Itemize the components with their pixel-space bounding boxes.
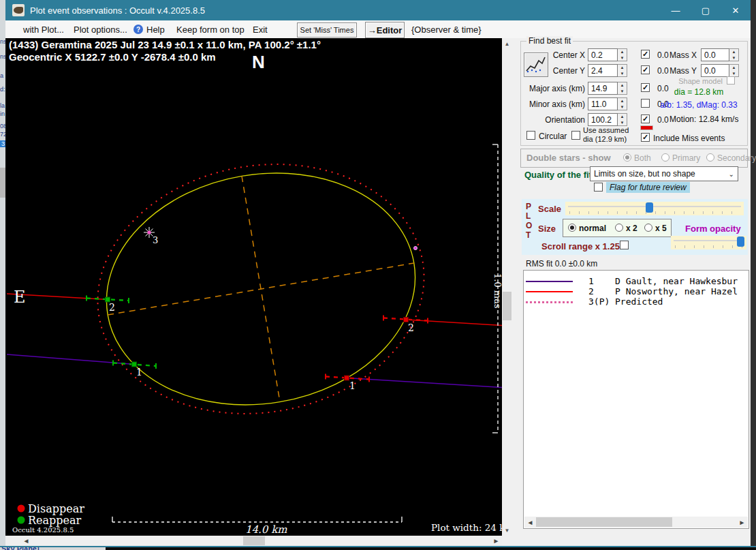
shape-model-checkbox[interactable] bbox=[727, 76, 735, 85]
mass-y-spinner[interactable]: ▲▼ bbox=[729, 64, 739, 77]
radio-primary-label: Primary bbox=[672, 153, 700, 163]
menu-plot-options[interactable]: Plot options... bbox=[74, 23, 127, 35]
menu-exit[interactable]: Exit bbox=[253, 23, 268, 35]
plot-vertical-scrollbar[interactable]: ▲ ▼ bbox=[502, 38, 512, 536]
east-label: E bbox=[14, 288, 26, 307]
disappear-marker-2[interactable] bbox=[404, 318, 409, 322]
predicted-legend-line bbox=[526, 301, 573, 303]
scroll-up-icon[interactable]: ▲ bbox=[502, 38, 512, 49]
chart-icon bbox=[524, 53, 546, 75]
major-axis-spinner[interactable]: ▲▼ bbox=[618, 82, 627, 95]
size-x5-radio[interactable] bbox=[644, 224, 652, 232]
occultation-plot[interactable]: 2 2 1 1 3 (1433) Geramtina 2025 Jul 23 1… bbox=[5, 38, 502, 536]
close-button[interactable]: ✕ bbox=[721, 0, 751, 20]
bg-fragment: 72 bbox=[0, 131, 5, 138]
rms-fit-label: RMS fit 0.0 ±0.0 km bbox=[526, 259, 597, 269]
minor-axis-checkbox[interactable] bbox=[641, 99, 650, 108]
scroll-range-label: Scroll range x 1.25 bbox=[541, 241, 620, 251]
list-hscroll-thumb[interactable] bbox=[536, 517, 672, 527]
size-normal-label: normal bbox=[579, 224, 606, 233]
quality-dropdown[interactable]: Limits on size, but no shape ⌄ bbox=[590, 166, 738, 181]
center-y-input[interactable]: 2.4 bbox=[588, 64, 618, 77]
plot-horizontal-scrollbar[interactable]: ◄ ► bbox=[5, 536, 502, 546]
form-opacity-label: Form opacity bbox=[685, 224, 741, 234]
major-axis-checkbox[interactable]: ✓ bbox=[641, 83, 650, 92]
scroll-range-checkbox[interactable] bbox=[620, 241, 629, 249]
radio-both[interactable] bbox=[623, 153, 631, 162]
center-y-checkbox[interactable]: ✓ bbox=[641, 65, 650, 74]
bg-fragment: 08 bbox=[0, 123, 5, 129]
menu-help[interactable]: Help bbox=[146, 23, 165, 35]
scale-slider[interactable] bbox=[565, 202, 744, 215]
bg-fragment: in bbox=[0, 110, 5, 117]
editor-button[interactable]: →Editor bbox=[365, 22, 405, 38]
ab-dmag-text: a/b: 1.35, dMag: 0.33 bbox=[653, 100, 744, 110]
observations-listbox[interactable]: 1 D Gault, near Hawkesbur 2 P Nosworthy,… bbox=[523, 270, 749, 529]
disappear-marker-1[interactable] bbox=[345, 376, 349, 380]
center-x-input[interactable]: 0.2 bbox=[588, 48, 618, 61]
orientation-checkbox[interactable]: ✓ bbox=[641, 114, 650, 123]
reappear-marker-1[interactable] bbox=[132, 362, 137, 367]
center-y-spinner[interactable]: ▲▼ bbox=[618, 64, 627, 77]
background-bottom-strip: Sky Plane] bbox=[0, 546, 756, 550]
include-miss-checkbox[interactable]: ✓ bbox=[641, 133, 650, 142]
menu-with-plot[interactable]: with Plot... bbox=[23, 23, 64, 35]
fit-chart-button[interactable] bbox=[524, 52, 548, 77]
disappear-dot bbox=[18, 505, 25, 513]
dia-text: dia = 12.8 km bbox=[661, 87, 737, 97]
chord1-legend-line bbox=[526, 281, 573, 282]
find-best-fit-title: Find best fit bbox=[526, 36, 573, 46]
bg-fragment: la bbox=[0, 102, 5, 109]
assumed-dia-checkbox[interactable] bbox=[571, 131, 580, 140]
hscroll-thumb[interactable] bbox=[243, 536, 265, 545]
flag-review-checkbox[interactable] bbox=[594, 183, 603, 192]
form-opacity-slider-thumb[interactable] bbox=[737, 236, 744, 247]
mass-x-label: Mass X bbox=[661, 50, 697, 60]
axis-end-marker bbox=[413, 246, 417, 249]
mass-x-spinner[interactable]: ▲▼ bbox=[729, 48, 739, 61]
major-axis-input[interactable]: 14.9 bbox=[588, 82, 618, 95]
vscroll-thumb[interactable] bbox=[503, 292, 511, 320]
maximize-button[interactable]: ▢ bbox=[691, 0, 721, 20]
scale-slider-thumb[interactable] bbox=[646, 202, 653, 213]
reappear-marker-2[interactable] bbox=[106, 297, 110, 302]
minor-axis-spinner[interactable]: ▲▼ bbox=[618, 97, 627, 110]
radio-both-label: Both bbox=[634, 153, 651, 163]
scroll-right-icon[interactable]: ► bbox=[490, 536, 502, 546]
form-opacity-slider[interactable] bbox=[671, 236, 746, 249]
radio-primary[interactable] bbox=[661, 153, 670, 162]
assumed-dia-label: Use assumed dia (12.9 km) bbox=[583, 126, 629, 143]
scroll-down-icon[interactable]: ▼ bbox=[502, 525, 512, 536]
center-x-checkbox[interactable]: ✓ bbox=[641, 50, 650, 59]
list-item[interactable]: 3(P) Predicted bbox=[524, 296, 749, 307]
mass-y-input[interactable]: 0.0 bbox=[701, 64, 729, 77]
menu-keep-on-top[interactable]: Keep form on top bbox=[176, 23, 245, 35]
orientation-label: Orientation bbox=[526, 115, 585, 125]
chord2-left-label: 2 bbox=[109, 302, 115, 313]
titlebar: Plot event observations : Occult v.4.202… bbox=[5, 0, 751, 20]
size-x2-radio[interactable] bbox=[615, 224, 623, 232]
scale-bar-km-label: 14.0 km bbox=[245, 523, 287, 536]
list-scroll-left-icon[interactable]: ◄ bbox=[524, 517, 536, 528]
listbox-horizontal-scrollbar[interactable]: ◄ ► bbox=[524, 517, 748, 528]
list-scroll-right-icon[interactable]: ► bbox=[736, 517, 748, 528]
circular-checkbox[interactable] bbox=[526, 131, 535, 140]
help-icon[interactable]: ? bbox=[133, 23, 143, 35]
plot-legend: Disappear Reappear Occult 4.2025.8.5 bbox=[12, 502, 84, 534]
menubar: with Plot... Plot options... ? Help Keep… bbox=[5, 20, 751, 39]
minor-axis-input[interactable]: 11.0 bbox=[588, 97, 618, 110]
orientation-spinner[interactable]: ▲▼ bbox=[618, 113, 627, 126]
scroll-left-icon[interactable]: ◄ bbox=[20, 536, 32, 546]
center-x-spinner[interactable]: ▲▼ bbox=[618, 48, 627, 61]
orientation-input[interactable]: 100.2 bbox=[588, 113, 618, 126]
size-normal-radio[interactable] bbox=[568, 224, 576, 232]
radio-secondary[interactable] bbox=[706, 153, 714, 162]
app-icon bbox=[12, 4, 25, 16]
set-miss-times-button[interactable]: Set 'Miss' Times bbox=[297, 22, 357, 37]
bg-fragment: d: bbox=[0, 86, 5, 93]
center-y-label: Center Y bbox=[546, 66, 585, 76]
minimize-button[interactable]: — bbox=[661, 0, 691, 20]
mass-x-input[interactable]: 0.0 bbox=[701, 48, 729, 61]
list-item[interactable]: 1 D Gault, near Hawkesbur bbox=[524, 276, 749, 286]
list-item[interactable]: 2 P Nosworthy, near Hazel bbox=[524, 286, 749, 296]
